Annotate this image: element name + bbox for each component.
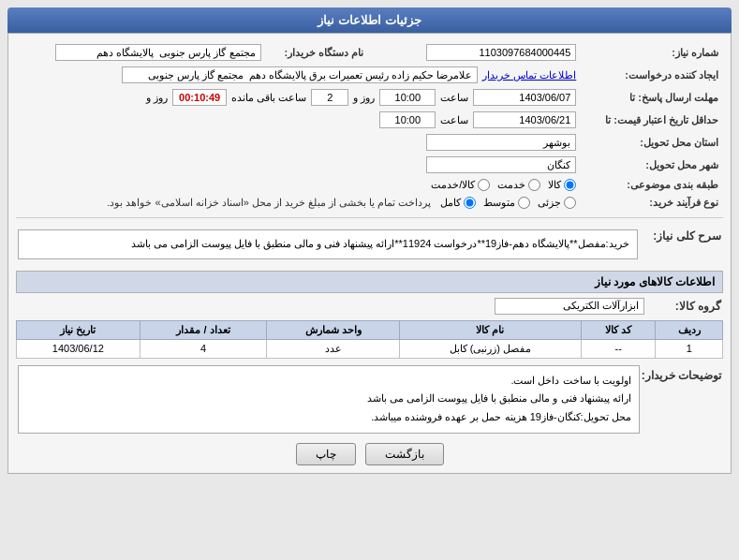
reply-days-input[interactable] (311, 89, 348, 106)
col-code: کد کالا (582, 320, 656, 339)
notes-box: اولویت با ساخت داخل است.ارائه پیشنهاد فن… (18, 365, 640, 434)
reply-date-input[interactable] (473, 89, 576, 106)
category-label: طبقه بندی موضوعی: (581, 176, 723, 194)
group-table: گروه کالا: (16, 296, 723, 317)
cell-code: -- (582, 339, 656, 358)
city-label: شهر محل تحویل: (581, 154, 723, 176)
price-time-label: ساعت (440, 114, 468, 126)
category-option-1[interactable]: کالا (548, 179, 576, 191)
cell-date: 1403/06/12 (17, 339, 140, 358)
price-date-input[interactable] (473, 111, 576, 128)
category-radio-kala[interactable] (564, 179, 576, 191)
category-radio-group: کالا خدمت کالا/خدمت (21, 179, 576, 191)
purchase-type-label: نوع فرآیند خرید: (581, 194, 723, 212)
info-table: شماره نیاز: نام دستگاه خریدار: ایجاد کنن… (16, 41, 723, 212)
reply-time-input[interactable] (379, 89, 436, 106)
time-label: ساعت (440, 92, 468, 104)
city-input[interactable] (426, 156, 576, 173)
col-name: نام کالا (399, 320, 581, 339)
purchase-option-3[interactable]: کامل (440, 197, 476, 209)
creator-label: ایجاد کننده درخواست: (581, 64, 723, 86)
purchase-option-2[interactable]: متوسط (483, 197, 530, 209)
cell-name: مفصل (زرنبی) کابل (399, 339, 581, 358)
print-button[interactable]: چاپ (296, 443, 356, 465)
purchase-label-kamel: کامل (440, 197, 461, 209)
description-text: خرید:مفصل**پالایشگاه دهم-فاز19**درخواست … (131, 238, 629, 249)
request-number-input[interactable] (426, 44, 576, 61)
contact-link[interactable]: اطلاعات تماس خریدار (482, 69, 576, 81)
page-title: جزئیات اطلاعات نیاز (7, 7, 732, 33)
purchase-label-motavasset: متوسط (483, 197, 515, 209)
reply-deadline-label: مهلت ارسال پاسخ: تا (581, 86, 723, 109)
group-label: گروه کالا: (646, 298, 721, 315)
price-deadline-label: حداقل تاریخ اعتبار قیمت: تا (581, 109, 723, 131)
back-button[interactable]: بازگشت (365, 443, 444, 465)
purchase-radio-jozi[interactable] (564, 197, 576, 209)
days-label2: روز و (146, 92, 168, 104)
col-unit: واحد شمارش (267, 320, 399, 339)
cell-unit: عدد (267, 339, 399, 358)
purchase-label-jozi: جزئی (538, 197, 561, 209)
purchase-note: پرداخت تمام یا بخشی از مبلغ خرید از محل … (107, 197, 431, 209)
creator-input[interactable] (122, 66, 478, 83)
cell-qty: 4 (140, 339, 267, 358)
category-radio-khedmat[interactable] (528, 179, 540, 191)
description-label: سرح کلی نیاز: (640, 225, 721, 264)
purchase-option-1[interactable]: جزئی (538, 197, 576, 209)
group-input[interactable] (495, 298, 644, 315)
cell-row: 1 (656, 339, 723, 358)
notes-line: اولویت با ساخت داخل است. (26, 372, 631, 391)
notes-line: محل تحویل:کنگان-فاز19 هزینه حمل بر عهده … (26, 408, 631, 427)
province-label: استان محل تحویل: (581, 131, 723, 154)
notes-table: توضیحات خریدار: اولویت با ساخت داخل است.… (16, 363, 723, 435)
notes-line: ارائه پیشنهاد فنی و مالی منطبق با فایل پ… (26, 390, 631, 408)
items-table: ردیف کد کالا نام کالا واحد شمارش تعداد /… (16, 320, 723, 359)
purchase-radio-group: جزئی متوسط کامل (440, 197, 576, 209)
price-time-input[interactable] (379, 111, 436, 128)
items-section-title: اطلاعات کالاهای مورد نیاز (16, 271, 723, 293)
category-radio-kala-khedmat[interactable] (478, 179, 490, 191)
buyer-label: نام دستگاه خریدار: (266, 41, 369, 64)
days-label: روز و (353, 92, 375, 104)
creator-value: اطلاعات تماس خریدار (16, 64, 581, 86)
purchase-radio-motavasset[interactable] (518, 197, 530, 209)
notes-label: توضیحات خریدار: (642, 365, 721, 434)
category-option-3[interactable]: کالا/خدمت (431, 179, 490, 191)
buyer-input[interactable] (55, 44, 261, 61)
page-wrapper: جزئیات اطلاعات نیاز شماره نیاز: نام دستگ… (0, 0, 739, 481)
category-label-kala-khedmat: کالا/خدمت (431, 179, 475, 191)
category-option-2[interactable]: خدمت (497, 179, 540, 191)
purchase-radio-kamel[interactable] (464, 197, 476, 209)
request-number-label: شماره نیاز: (581, 41, 723, 64)
content-area: شماره نیاز: نام دستگاه خریدار: ایجاد کنن… (7, 33, 732, 474)
remaining-label: ساعت باقی مانده (231, 92, 306, 104)
category-label-khedmat: خدمت (497, 179, 525, 191)
col-qty: تعداد / مقدار (140, 320, 267, 339)
category-label-kala: کالا (548, 179, 561, 191)
col-row: ردیف (656, 320, 723, 339)
description-table: سرح کلی نیاز: خرید:مفصل**پالایشگاه دهم-ف… (16, 223, 723, 266)
reply-timer: 00:10:49 (172, 89, 227, 106)
col-date: تاریخ نیاز (17, 320, 140, 339)
table-row: 1 -- مفصل (زرنبی) کابل عدد 4 1403/06/12 (17, 339, 723, 358)
button-area: بازگشت چاپ (16, 443, 723, 465)
description-box: خرید:مفصل**پالایشگاه دهم-فاز19**درخواست … (18, 229, 638, 259)
buyer-value (16, 41, 266, 64)
province-input[interactable] (426, 134, 576, 151)
request-number-value (396, 41, 581, 64)
